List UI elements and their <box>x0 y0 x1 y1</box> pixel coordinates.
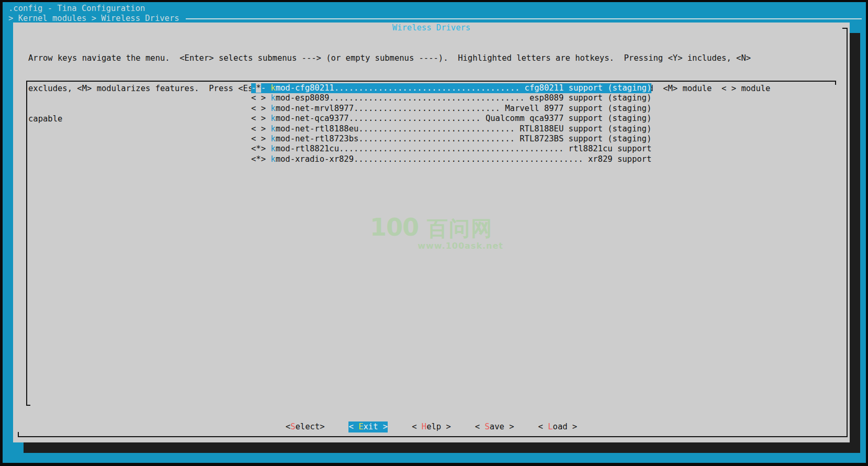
item-hotkey: k <box>270 114 275 123</box>
button-text: < <box>348 422 358 431</box>
list-box-corner <box>835 81 836 85</box>
watermark: 100 百问网 www.100ask.net <box>370 215 503 251</box>
menu-item-kmod-esp8089[interactable]: < > kmod-esp8089........................… <box>251 93 651 103</box>
config-dialog: Wireless Drivers Arrow keys navigate the… <box>13 23 850 442</box>
item-hotkey: k <box>270 144 275 153</box>
item-label: mod-net-rtl8723bs.......................… <box>276 134 652 143</box>
list-box-corner <box>26 405 30 406</box>
item-prefix: <*> <box>251 144 270 153</box>
dialog-title: Wireless Drivers <box>13 23 850 33</box>
item-label: mod-net-mrvl8977........................… <box>276 104 652 113</box>
item-label: mod-xradio-xr829........................… <box>276 154 652 164</box>
help-text-line: Arrow keys navigate the menu. <Enter> se… <box>28 53 770 63</box>
item-hotkey: k <box>270 83 275 93</box>
item-prefix: < > <box>251 104 270 113</box>
item-prefix: < > <box>251 134 270 143</box>
watermark-brand-line: 100 百问网 <box>370 215 503 239</box>
menu-item-kmod-net-rtl8188eu[interactable]: < > kmod-net-rtl8188eu..................… <box>251 124 651 134</box>
window-title: .config - Tina Configuration <box>8 4 145 14</box>
item-hotkey: k <box>270 93 275 103</box>
item-prefix: <*> <box>251 154 270 164</box>
save-button[interactable]: < Save > <box>475 421 514 432</box>
help-button[interactable]: < Help > <box>412 421 451 432</box>
menu-item-kmod-xradio-xr829[interactable]: <*> kmod-xradio-xr829...................… <box>251 154 651 164</box>
item-hotkey: k <box>270 154 275 164</box>
menu-item-kmod-net-qca9377[interactable]: < > kmod-net-qca9377....................… <box>251 114 651 124</box>
menu-item-kmod-net-rtl8723bs[interactable]: < > kmod-net-rtl8723bs..................… <box>251 134 651 144</box>
item-label: mod-cfg80211............................… <box>276 83 652 93</box>
terminal-screen: .config - Tina Configuration > Kernel mo… <box>0 0 868 466</box>
item-label: mod-esp8089.............................… <box>276 93 652 103</box>
item-prefix: < > <box>251 93 270 103</box>
button-text: < <box>538 422 548 431</box>
button-text: elect> <box>295 422 324 431</box>
item-hotkey: k <box>270 134 275 143</box>
button-hotkey: S <box>485 422 490 431</box>
exit-button[interactable]: < Exit > <box>348 421 388 432</box>
button-text: < <box>412 422 422 431</box>
watermark-brand: 百问网 <box>427 218 493 239</box>
button-text: ave > <box>490 422 514 431</box>
item-label: mod-rtl8821cu...........................… <box>276 144 652 153</box>
item-prefix: - <box>251 83 256 93</box>
button-bar: <Select> < Exit > < Help > < Save > < Lo… <box>13 421 850 432</box>
button-text: < <box>286 422 290 431</box>
item-label: mod-net-qca9377.........................… <box>276 114 652 123</box>
button-text: xit > <box>363 422 388 431</box>
selection-cursor: * <box>256 83 261 93</box>
button-hotkey: L <box>548 422 553 431</box>
item-prefix: - <box>261 83 271 93</box>
item-hotkey: k <box>270 124 275 134</box>
menu-item-kmod-rtl8821cu[interactable]: <*> kmod-rtl8821cu......................… <box>251 144 651 154</box>
load-button[interactable]: < Load > <box>538 421 578 432</box>
item-prefix: < > <box>251 114 270 123</box>
button-text: oad > <box>553 422 578 431</box>
watermark-url: www.100ask.net <box>370 241 503 251</box>
menu-list: -*- kmod-cfg80211.......................… <box>251 83 651 164</box>
button-text: elp > <box>426 422 451 431</box>
select-button[interactable]: <Select> <box>286 421 325 432</box>
item-label: mod-net-rtl8188eu.......................… <box>276 124 652 134</box>
button-hotkey: H <box>422 422 426 431</box>
item-prefix: < > <box>251 124 270 134</box>
menu-item-kmod-cfg80211[interactable]: -*- kmod-cfg80211.......................… <box>251 83 651 93</box>
breadcrumb-rule <box>186 18 862 19</box>
button-text: < <box>475 422 485 431</box>
menu-item-kmod-net-mrvl8977[interactable]: < > kmod-net-mrvl8977...................… <box>251 104 651 114</box>
watermark-logo: 100 <box>370 215 419 239</box>
item-hotkey: k <box>270 104 275 113</box>
